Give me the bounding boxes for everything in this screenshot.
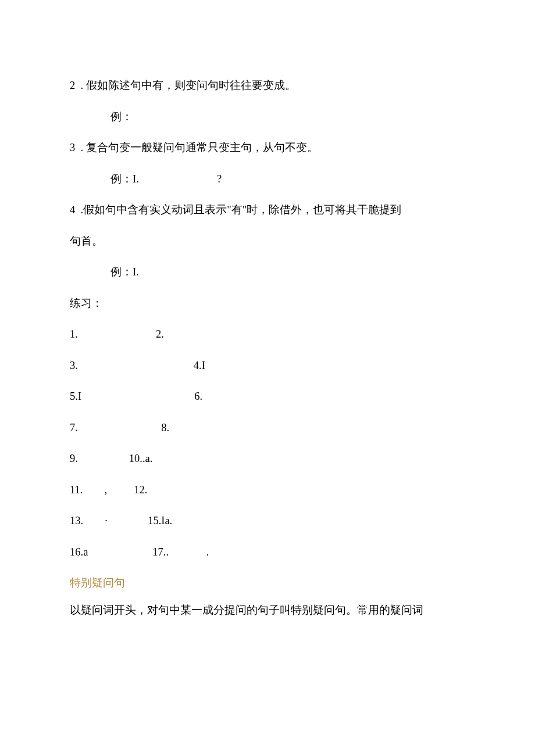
item-4-b: 句首。 <box>70 236 470 247</box>
practice-row-8: 16.a 17.. . <box>70 547 470 558</box>
document-page: 2 . 假如陈述句中有，则变问句时往往要变成。 例： 3 . 复合句变一般疑问句… <box>0 0 535 756</box>
section-heading-special-question: 特别疑问句 <box>70 578 470 589</box>
practice-row-1: 1. 2. <box>70 329 470 340</box>
practice-row-7: 13. · 15.Ia. <box>70 515 470 526</box>
practice-row-5: 9. 10..a. <box>70 453 470 464</box>
item-2: 2 . 假如陈述句中有，则变问句时往往要变成。 <box>70 80 470 91</box>
item-3: 3 . 复合句变一般疑问句通常只变主句，从句不变。 <box>70 142 470 153</box>
practice-row-2: 3. 4.I <box>70 360 470 371</box>
item-3-example: 例：I. ? <box>70 174 470 185</box>
practice-row-3: 5.I 6. <box>70 391 470 402</box>
special-question-intro: 以疑问词开头，对句中某一成分提问的句子叫特别疑问句。常用的疑问词 <box>70 605 470 616</box>
practice-label: 练习： <box>70 298 470 309</box>
practice-row-4: 7. 8. <box>70 422 470 433</box>
item-4-a: 4 .假如句中含有实义动词且表示"有"时，除借外，也可将其干脆提到 <box>70 205 470 216</box>
item-4-example: 例：I. <box>70 267 470 278</box>
practice-row-6: 11. , 12. <box>70 485 470 496</box>
item-2-example: 例： <box>70 112 470 123</box>
